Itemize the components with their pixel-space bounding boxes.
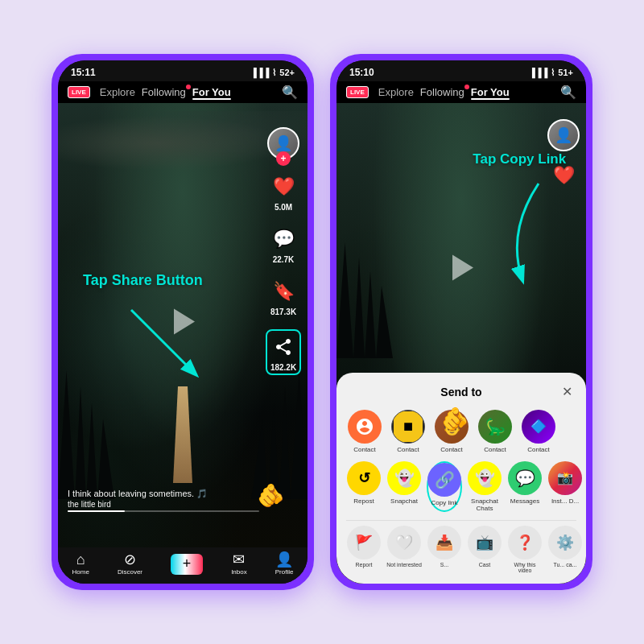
add-button-1[interactable]: + <box>171 554 203 575</box>
contact-avatar-1: ■ <box>391 410 425 444</box>
status-icons-1: ▐▐▐ ⌇ 52+ <box>250 68 295 78</box>
why-icon: ❓ <box>508 526 542 559</box>
video-area-1[interactable]: 👤 + ❤️ 5.0M 💬 22.7K 🔖 817.3K <box>58 103 308 547</box>
action-save[interactable]: 📥 S... <box>427 526 462 574</box>
nav-home-1[interactable]: ⌂ Home <box>72 552 89 576</box>
home-icon-1: ⌂ <box>76 552 85 567</box>
profile-label-1: Profile <box>275 568 294 576</box>
messages-label: Messages <box>510 497 539 505</box>
phone2: 15:10 ▐▐▐ ⌇ 51+ LIVE Explore Following F… <box>336 60 586 584</box>
creator-avatar-1[interactable]: 👤 + <box>267 127 299 159</box>
phone1-wrapper: 15:11 ▐▐▐ ⌇ 52+ LIVE Explore Following F… <box>52 54 314 590</box>
share-count-1: 182.2K <box>270 363 296 372</box>
bookmark-count-1: 817.3K <box>270 308 296 316</box>
nav-inbox-1[interactable]: ✉ Inbox <box>231 552 247 576</box>
nav-following-1[interactable]: Following <box>142 86 186 98</box>
not-interested-icon: 🤍 <box>387 526 421 559</box>
nav-explore-1[interactable]: Explore <box>100 86 135 98</box>
cast-icon: 📺 <box>468 526 502 559</box>
bookmark-action-1[interactable]: 🔖 817.3K <box>269 277 298 316</box>
follow-button-1[interactable]: + <box>276 151 291 166</box>
why-label: Why this video <box>507 562 543 574</box>
time-1: 15:11 <box>71 67 96 78</box>
inbox-icon-1: ✉ <box>233 552 245 567</box>
nav-search-2[interactable]: 🔍 <box>560 85 576 100</box>
nav-bar-1: LIVE Explore Following For You 🔍 <box>58 81 308 103</box>
repost-label: Repost <box>353 497 374 505</box>
share-action-1[interactable]: 182.2K <box>266 329 301 375</box>
battery-1: 52+ <box>279 68 295 77</box>
caption-1: I think about leaving sometimes. 🎵 <box>68 489 259 499</box>
action-why[interactable]: ❓ Why this video <box>507 526 543 574</box>
nav-profile-1[interactable]: 👤 Profile <box>275 552 294 576</box>
discover-icon-1: ⊘ <box>124 552 136 567</box>
nav-foryou-1[interactable]: For You <box>192 86 231 98</box>
bookmark-icon-1: 🔖 <box>269 277 298 306</box>
status-bar-2: 15:10 ▐▐▐ ⌇ 51+ <box>336 60 586 81</box>
nav-dot-2 <box>464 85 469 89</box>
messages-icon: 💬 <box>508 461 542 495</box>
nav-following-2[interactable]: Following <box>420 86 464 98</box>
apps-row: ↺ Repost 👻 Snapchat 🔗 Copy link 👻 <box>346 461 576 512</box>
nav-explore-2[interactable]: Explore <box>378 86 414 98</box>
action-report[interactable]: 🚩 Report <box>346 526 382 574</box>
comment-count-1: 22.7K <box>273 255 295 264</box>
arrow-1 <box>83 294 212 390</box>
wifi-icon-1: ⌇ <box>272 68 276 78</box>
contact-item-1[interactable]: ■ Contact <box>390 410 427 453</box>
app-instagram[interactable]: 📸 Inst... D... <box>547 461 583 512</box>
contact-name-1: Contact <box>397 446 419 453</box>
nav-dot-1 <box>186 85 191 89</box>
report-label: Report <box>355 562 372 568</box>
like-count-1: 5.0M <box>275 203 292 212</box>
annotation-1: Tap Share Button <box>83 272 203 290</box>
app-repost[interactable]: ↺ Repost <box>346 461 382 512</box>
contact-item-0[interactable]: Contact <box>346 410 383 453</box>
like-action-1[interactable]: ❤️ 5.0M <box>269 172 298 212</box>
contact-name-3: Contact <box>484 446 506 453</box>
action-cast[interactable]: 📺 Cast <box>467 526 502 574</box>
status-bar-1: 15:11 ▐▐▐ ⌇ 52+ <box>58 60 308 81</box>
app-snapchat[interactable]: 👻 Snapchat <box>386 461 422 512</box>
save-label: S... <box>440 562 449 568</box>
video-area-2: 👤 ❤️ Tap Copy Link <box>336 103 586 584</box>
live-badge-1[interactable]: LIVE <box>68 86 90 98</box>
snapchat-icon: 👻 <box>387 461 421 495</box>
caption-label: Tu... ca... <box>554 562 577 568</box>
app-snapchat-chats[interactable]: 👻 Snapchat Chats <box>467 461 502 512</box>
nav-foryou-2[interactable]: For You <box>471 86 510 98</box>
live-badge-2[interactable]: LIVE <box>346 86 369 98</box>
main-container: 15:11 ▐▐▐ ⌇ 52+ LIVE Explore Following F… <box>35 38 609 606</box>
sheet-close-button[interactable]: ✕ <box>557 382 576 402</box>
nav-discover-1[interactable]: ⊘ Discover <box>118 552 142 576</box>
contact-item-3[interactable]: 🦕 Contact <box>477 410 514 453</box>
instagram-icon: 📸 <box>548 461 582 495</box>
snapchat-chats-label: Snapchat Chats <box>467 497 502 512</box>
sheet-header: Send to ✕ <box>346 382 576 402</box>
play-button-2[interactable] <box>444 250 479 286</box>
action-caption[interactable]: ⚙️ Tu... ca... <box>547 526 583 574</box>
hand-cursor-1: 🫵 <box>257 482 285 509</box>
contact-name-0: Contact <box>353 446 376 453</box>
comment-action-1[interactable]: 💬 22.7K <box>269 225 298 264</box>
bottom-nav-1: ⌂ Home ⊘ Discover + ✉ Inbox 👤 Profile <box>58 547 308 584</box>
app-copylink[interactable]: 🔗 Copy link <box>427 461 462 512</box>
battery-2: 51+ <box>558 68 573 77</box>
contact-item-4[interactable]: 🔷 Contact <box>520 410 557 453</box>
cast-label: Cast <box>479 562 490 568</box>
app-messages[interactable]: 💬 Messages <box>507 461 543 512</box>
copylink-icon: 🔗 <box>427 463 461 497</box>
song-name-1: the little bird <box>68 500 111 509</box>
right-sidebar-1: 👤 + ❤️ 5.0M 💬 22.7K 🔖 817.3K <box>266 127 301 375</box>
nav-search-1[interactable]: 🔍 <box>282 85 298 100</box>
creator-avatar-2[interactable]: 👤 <box>547 119 580 151</box>
contact-avatar-0 <box>348 410 382 444</box>
repost-icon: ↺ <box>347 461 381 495</box>
save-icon: 📥 <box>427 526 461 559</box>
action-not-interested[interactable]: 🤍 Not interested <box>386 526 422 574</box>
caption-icon: ⚙️ <box>548 526 582 559</box>
status-icons-2: ▐▐▐ ⌇ 51+ <box>529 68 573 78</box>
arrow-2 <box>474 175 571 296</box>
contact-name-2: Contact <box>440 446 463 453</box>
signal-icon-2: ▐▐▐ <box>529 68 547 77</box>
